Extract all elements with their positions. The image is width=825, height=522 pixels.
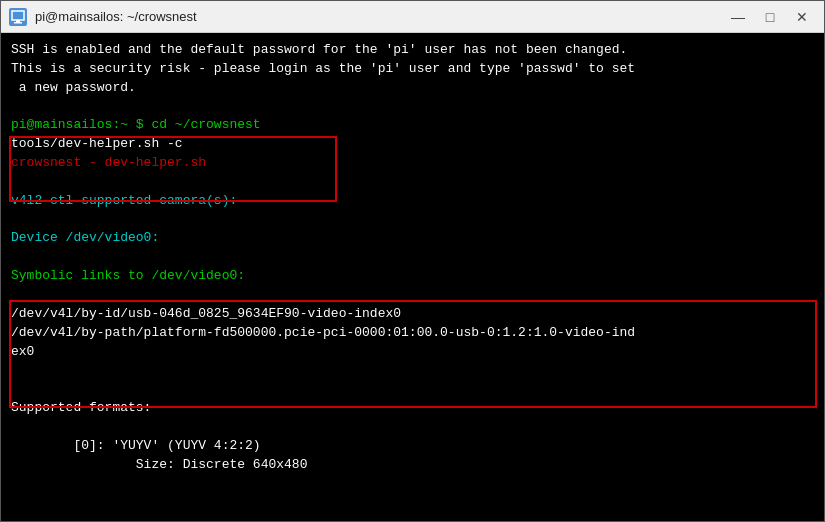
maximize-button[interactable]: □ — [756, 6, 784, 28]
blank-line6 — [11, 361, 814, 380]
symlink1: /dev/v4l/by-id/usb-046d_0825_9634EF90-vi… — [11, 305, 814, 324]
tools-line: tools/dev-helper.sh -c — [11, 135, 814, 154]
close-button[interactable]: ✕ — [788, 6, 816, 28]
blank-line3 — [11, 211, 814, 230]
terminal-content[interactable]: SSH is enabled and the default password … — [1, 33, 824, 521]
minimize-button[interactable]: — — [724, 6, 752, 28]
symlink2: /dev/v4l/by-path/platform-fd500000.pcie-… — [11, 324, 814, 343]
window-title: pi@mainsailos: ~/crowsnest — [35, 9, 724, 24]
titlebar: pi@mainsailos: ~/crowsnest — □ ✕ — [1, 1, 824, 33]
blank-line4 — [11, 248, 814, 267]
supported-formats: Supported formats: — [11, 399, 814, 418]
svg-rect-0 — [12, 11, 24, 20]
crowsnest-line: crowsnest - dev-helper.sh — [11, 154, 814, 173]
blank-line8 — [11, 418, 814, 437]
format-yuyv: [0]: 'YUYV' (YUYV 4:2:2) — [11, 437, 814, 456]
symlink2b: ex0 — [11, 343, 814, 362]
svg-rect-1 — [16, 20, 20, 22]
device-line: Device /dev/video0: — [11, 229, 814, 248]
size-discrete: Size: Discrete 640x480 — [11, 456, 814, 475]
blank-line1 — [11, 98, 814, 117]
ssh-warning-line2: This is a security risk - please login a… — [11, 60, 814, 79]
ssh-warning-line1: SSH is enabled and the default password … — [11, 41, 814, 60]
svg-rect-2 — [14, 22, 22, 24]
v4l2-line: v4l2-ctl supported camera(s): — [11, 192, 814, 211]
ssh-warning-line3: a new password. — [11, 79, 814, 98]
symbolic-header: Symbolic links to /dev/video0: — [11, 267, 814, 286]
blank-line7 — [11, 380, 814, 399]
prompt-line: pi@mainsailos:~ $ cd ~/crowsnest — [11, 116, 814, 135]
blank-line5 — [11, 286, 814, 305]
blank-line2 — [11, 173, 814, 192]
terminal-window: pi@mainsailos: ~/crowsnest — □ ✕ SSH is … — [0, 0, 825, 522]
app-icon — [9, 8, 27, 26]
window-controls: — □ ✕ — [724, 6, 816, 28]
